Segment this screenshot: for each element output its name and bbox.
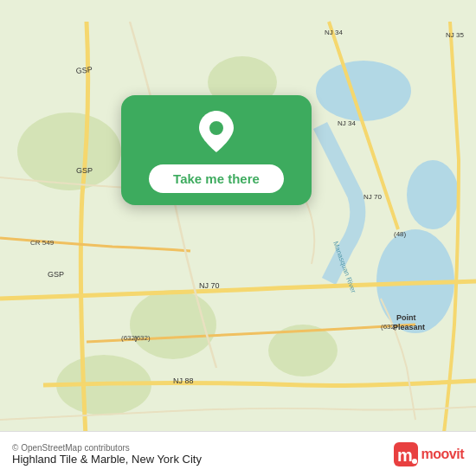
map-container: GSP GSP GSP CR 549 NJ 70 NJ 88 (632) NJ … <box>0 0 476 476</box>
svg-text:NJ 34: NJ 34 <box>338 119 356 127</box>
svg-text:(48): (48) <box>394 230 407 238</box>
svg-point-1 <box>316 61 411 121</box>
moovit-brand-text: moovit <box>421 447 464 462</box>
svg-text:GSP: GSP <box>76 166 93 175</box>
moovit-icon: m <box>394 442 418 466</box>
svg-text:CR 549: CR 549 <box>30 239 55 247</box>
svg-text:m: m <box>397 446 413 465</box>
location-name: Highland Tile & Marble, New York City <box>12 453 394 466</box>
bottom-bar: © OpenStreetMap contributors Highland Ti… <box>0 431 476 476</box>
svg-point-29 <box>412 459 417 464</box>
svg-text:NJ 35: NJ 35 <box>446 31 464 39</box>
svg-text:Pleasant: Pleasant <box>393 323 425 331</box>
pin-icon-wrapper <box>199 111 234 156</box>
location-card: Take me there <box>121 95 312 205</box>
svg-text:GSP: GSP <box>75 65 93 75</box>
location-pin-icon <box>199 111 234 152</box>
map-background: GSP GSP GSP CR 549 NJ 70 NJ 88 (632) NJ … <box>0 0 476 476</box>
svg-text:NJ 88: NJ 88 <box>173 376 194 385</box>
svg-text:NJ 70: NJ 70 <box>199 281 220 290</box>
svg-text:NJ 34: NJ 34 <box>325 29 343 36</box>
svg-text:Point: Point <box>396 313 416 322</box>
location-info: © OpenStreetMap contributors Highland Ti… <box>12 443 394 466</box>
copyright-text: © OpenStreetMap contributors <box>12 443 394 453</box>
svg-point-4 <box>17 113 121 190</box>
svg-text:GSP: GSP <box>48 270 64 279</box>
moovit-logo: m moovit <box>394 442 464 466</box>
svg-text:NJ 70: NJ 70 <box>363 193 382 201</box>
take-me-there-button[interactable]: Take me there <box>149 164 284 193</box>
svg-point-3 <box>407 160 459 229</box>
svg-text:(632): (632) <box>134 334 151 342</box>
svg-point-26 <box>209 121 223 135</box>
